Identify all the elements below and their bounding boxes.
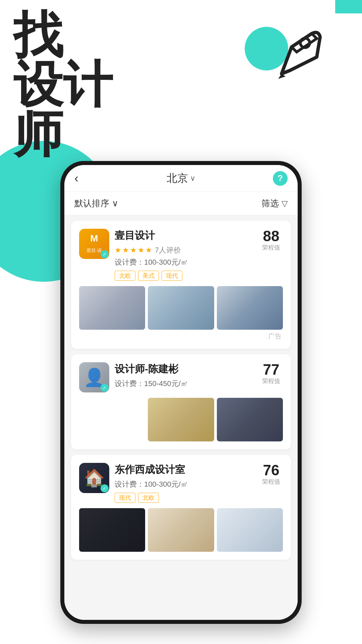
room-image-1a	[79, 286, 145, 330]
room-image-1b	[148, 286, 214, 330]
tag-modern-3: 现代	[115, 493, 135, 503]
bg-rect-decoration	[335, 0, 362, 13]
card-info-3: 东作西成设计室 设计费：100-300元/㎡ 现代 北欧	[115, 463, 259, 503]
tags-row-1: 北欧 美式 现代	[115, 271, 259, 281]
phone-mockup: ‹ 北京 ∨ ? 默认排序 ∨ 筛选 ▽	[60, 161, 302, 624]
card-header-1: M壹目·设 ✓ 壹目设计 ★ ★ ★	[79, 229, 283, 281]
image-grid-2	[79, 398, 283, 441]
avatar-3: 🏠 ✓	[79, 463, 109, 493]
card-left-3: 🏠 ✓ 东作西成设计室 设计费：100-300元/㎡ 现代 北欧	[79, 463, 259, 503]
tag-american: 美式	[138, 271, 159, 281]
score-box-1: 88 荣程值	[259, 229, 283, 252]
hero-line3: 师	[13, 109, 113, 159]
score-number-2: 77	[259, 362, 283, 377]
room-image-3c	[217, 508, 283, 552]
room-image-2b	[148, 398, 214, 441]
image-grid-3	[79, 508, 283, 552]
card-left-2: 👤 ✓ 设计师-陈建彬 设计费：150-450元/㎡	[79, 362, 259, 392]
room-image-1c	[217, 286, 283, 330]
score-number-1: 88	[259, 229, 283, 244]
app-header: ‹ 北京 ∨ ?	[64, 165, 298, 192]
phone-screen: ‹ 北京 ∨ ? 默认排序 ∨ 筛选 ▽	[64, 165, 298, 620]
score-label-2: 荣程值	[259, 377, 283, 385]
sort-dropdown[interactable]: 默认排序 ∨	[74, 198, 118, 209]
header-title[interactable]: 北京 ∨	[167, 171, 195, 186]
tag-modern: 现代	[162, 271, 182, 281]
score-label-3: 荣程值	[259, 478, 283, 486]
back-button[interactable]: ‹	[74, 171, 78, 185]
sort-chevron-icon: ∨	[112, 198, 118, 209]
designer-name-1: 壹目设计	[115, 229, 259, 243]
designer-card[interactable]: M壹目·设 ✓ 壹目设计 ★ ★ ★	[71, 221, 291, 349]
filter-button[interactable]: 筛选 ▽	[261, 198, 288, 209]
filter-funnel-icon: ▽	[282, 199, 288, 208]
score-number-3: 76	[259, 463, 283, 478]
rating-row-1: ★ ★ ★ ★ ★ 7人评价	[115, 245, 259, 255]
ad-label: 广告	[79, 332, 283, 341]
hero-line1: 找	[13, 10, 113, 60]
cards-container[interactable]: M壹目·设 ✓ 壹目设计 ★ ★ ★	[64, 215, 298, 620]
designer-card-3[interactable]: 🏠 ✓ 东作西成设计室 设计费：100-300元/㎡ 现代 北欧	[71, 455, 291, 560]
hero-text-block: 找 设计 师	[13, 10, 113, 159]
room-image-3a	[79, 508, 145, 552]
filter-bar: 默认排序 ∨ 筛选 ▽	[64, 192, 298, 215]
score-box-3: 76 荣程值	[259, 463, 283, 486]
designer-name-3: 东作西成设计室	[115, 463, 259, 477]
avatar-2: 👤 ✓	[79, 362, 109, 392]
scroll-content: M壹目·设 ✓ 壹目设计 ★ ★ ★	[64, 215, 298, 620]
stars-1: ★ ★ ★ ★ ★	[115, 246, 152, 255]
verified-badge-2: ✓	[101, 384, 109, 392]
designer-card-2[interactable]: 👤 ✓ 设计师-陈建彬 设计费：150-450元/㎡ 77 荣程值	[71, 354, 291, 449]
score-label-1: 荣程值	[259, 244, 283, 252]
tags-row-3: 现代 北欧	[115, 493, 259, 503]
card-info-2: 设计师-陈建彬 设计费：150-450元/㎡	[115, 362, 259, 392]
verified-badge-1: ✓	[101, 250, 109, 258]
card-left-1: M壹目·设 ✓ 壹目设计 ★ ★ ★	[79, 229, 259, 281]
score-box-2: 77 荣程值	[259, 362, 283, 385]
designer-name-2: 设计师-陈建彬	[115, 362, 259, 376]
room-image-3b	[148, 508, 214, 552]
verified-badge-3: ✓	[101, 484, 109, 492]
tag-nordic: 北欧	[115, 271, 135, 281]
image-grid-1	[79, 286, 283, 330]
avatar-1: M壹目·设 ✓	[79, 229, 109, 259]
tag-nordic-3: 北欧	[138, 493, 159, 503]
price-2: 设计费：150-450元/㎡	[115, 379, 259, 389]
card-header-3: 🏠 ✓ 东作西成设计室 设计费：100-300元/㎡ 现代 北欧	[79, 463, 283, 503]
city-chevron-icon: ∨	[190, 174, 195, 183]
room-image-2a	[79, 398, 145, 441]
pen-icon	[261, 20, 328, 87]
help-button[interactable]: ?	[273, 171, 288, 186]
price-1: 设计费：100-300元/㎡	[115, 257, 259, 267]
hero-line2: 设计	[13, 60, 113, 109]
review-count-1: 7人评价	[155, 245, 181, 255]
card-header-2: 👤 ✓ 设计师-陈建彬 设计费：150-450元/㎡ 77 荣程值	[79, 362, 283, 392]
room-image-2c	[217, 398, 283, 441]
price-3: 设计费：100-300元/㎡	[115, 479, 259, 489]
card-info-1: 壹目设计 ★ ★ ★ ★ ★ 7人评价	[115, 229, 259, 281]
